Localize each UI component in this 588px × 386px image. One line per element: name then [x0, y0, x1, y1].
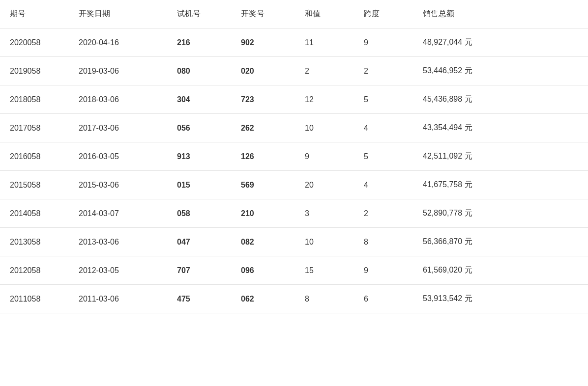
cell-sales: 48,927,044 元 [413, 28, 588, 57]
cell-kaijang: 020 [231, 57, 295, 85]
header-date: 开奖日期 [69, 0, 167, 28]
header-kaijang: 开奖号 [231, 0, 295, 28]
table-header-row: 期号 开奖日期 试机号 开奖号 和值 跨度 销售总额 [0, 0, 588, 28]
cell-qihao: 2018058 [0, 85, 69, 114]
cell-sales: 42,511,092 元 [413, 142, 588, 171]
cell-date: 2018-03-06 [69, 85, 167, 114]
cell-hezhi: 2 [295, 57, 354, 85]
cell-qihao: 2011058 [0, 285, 69, 313]
header-hezhi: 和值 [295, 0, 354, 28]
cell-shiji: 056 [167, 114, 231, 142]
cell-qihao: 2020058 [0, 28, 69, 57]
cell-hezhi: 12 [295, 85, 354, 114]
cell-qihao: 2012058 [0, 256, 69, 285]
cell-kuadu: 2 [354, 57, 413, 85]
cell-kuadu: 6 [354, 285, 413, 313]
cell-shiji: 015 [167, 171, 231, 199]
cell-kuadu: 5 [354, 142, 413, 171]
table-row: 20200582020-04-1621690211948,927,044 元 [0, 28, 588, 57]
cell-kaijang: 210 [231, 199, 295, 228]
cell-hezhi: 8 [295, 285, 354, 313]
table-row: 20110582011-03-064750628653,913,542 元 [0, 285, 588, 313]
cell-kuadu: 8 [354, 228, 413, 256]
cell-hezhi: 9 [295, 142, 354, 171]
cell-hezhi: 15 [295, 256, 354, 285]
cell-kaijang: 096 [231, 256, 295, 285]
cell-qihao: 2017058 [0, 114, 69, 142]
cell-kuadu: 4 [354, 171, 413, 199]
table-row: 20170582017-03-0605626210443,354,494 元 [0, 114, 588, 142]
cell-sales: 52,890,778 元 [413, 199, 588, 228]
header-kuadu: 跨度 [354, 0, 413, 28]
table-body: 20200582020-04-1621690211948,927,044 元20… [0, 28, 588, 313]
cell-kuadu: 9 [354, 28, 413, 57]
cell-shiji: 080 [167, 57, 231, 85]
cell-kuadu: 5 [354, 85, 413, 114]
cell-kaijang: 082 [231, 228, 295, 256]
cell-sales: 43,354,494 元 [413, 114, 588, 142]
cell-date: 2014-03-07 [69, 199, 167, 228]
cell-hezhi: 10 [295, 228, 354, 256]
header-shiji: 试机号 [167, 0, 231, 28]
cell-date: 2015-03-06 [69, 171, 167, 199]
cell-qihao: 2013058 [0, 228, 69, 256]
cell-shiji: 304 [167, 85, 231, 114]
cell-sales: 41,675,758 元 [413, 171, 588, 199]
table-row: 20160582016-03-059131269542,511,092 元 [0, 142, 588, 171]
cell-kaijang: 723 [231, 85, 295, 114]
cell-date: 2020-04-16 [69, 28, 167, 57]
cell-date: 2011-03-06 [69, 285, 167, 313]
cell-hezhi: 10 [295, 114, 354, 142]
cell-kaijang: 126 [231, 142, 295, 171]
cell-kuadu: 2 [354, 199, 413, 228]
cell-qihao: 2016058 [0, 142, 69, 171]
cell-qihao: 2019058 [0, 57, 69, 85]
cell-shiji: 707 [167, 256, 231, 285]
cell-kaijang: 902 [231, 28, 295, 57]
cell-shiji: 047 [167, 228, 231, 256]
cell-date: 2013-03-06 [69, 228, 167, 256]
cell-shiji: 216 [167, 28, 231, 57]
cell-sales: 61,569,020 元 [413, 256, 588, 285]
table-row: 20120582012-03-0570709615961,569,020 元 [0, 256, 588, 285]
cell-date: 2019-03-06 [69, 57, 167, 85]
cell-kaijang: 062 [231, 285, 295, 313]
cell-kuadu: 4 [354, 114, 413, 142]
cell-qihao: 2014058 [0, 199, 69, 228]
table-row: 20190582019-03-060800202253,446,952 元 [0, 57, 588, 85]
table-row: 20150582015-03-0601556920441,675,758 元 [0, 171, 588, 199]
header-sales: 销售总额 [413, 0, 588, 28]
cell-shiji: 913 [167, 142, 231, 171]
cell-date: 2016-03-05 [69, 142, 167, 171]
cell-hezhi: 20 [295, 171, 354, 199]
cell-qihao: 2015058 [0, 171, 69, 199]
cell-sales: 53,446,952 元 [413, 57, 588, 85]
header-qihao: 期号 [0, 0, 69, 28]
cell-sales: 53,913,542 元 [413, 285, 588, 313]
table-row: 20140582014-03-070582103252,890,778 元 [0, 199, 588, 228]
cell-sales: 56,366,870 元 [413, 228, 588, 256]
cell-date: 2012-03-05 [69, 256, 167, 285]
cell-kaijang: 262 [231, 114, 295, 142]
table-row: 20180582018-03-0630472312545,436,898 元 [0, 85, 588, 114]
cell-shiji: 475 [167, 285, 231, 313]
cell-kaijang: 569 [231, 171, 295, 199]
cell-kuadu: 9 [354, 256, 413, 285]
cell-shiji: 058 [167, 199, 231, 228]
cell-sales: 45,436,898 元 [413, 85, 588, 114]
table-row: 20130582013-03-0604708210856,366,870 元 [0, 228, 588, 256]
lottery-table: 期号 开奖日期 试机号 开奖号 和值 跨度 销售总额 20200582020-0… [0, 0, 588, 313]
cell-hezhi: 3 [295, 199, 354, 228]
cell-date: 2017-03-06 [69, 114, 167, 142]
main-container: 期号 开奖日期 试机号 开奖号 和值 跨度 销售总额 20200582020-0… [0, 0, 588, 386]
cell-hezhi: 11 [295, 28, 354, 57]
